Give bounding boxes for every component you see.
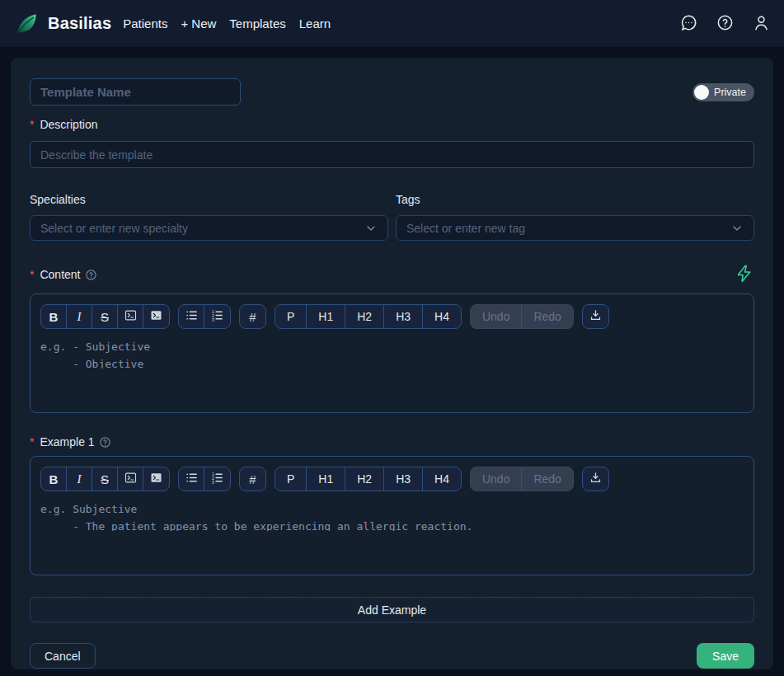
- h2-button[interactable]: H2: [345, 467, 384, 491]
- ordered-list-button[interactable]: 1 2 3: [204, 305, 230, 328]
- content-editor[interactable]: B I S: [30, 293, 754, 413]
- tags-label: Tags: [396, 193, 420, 206]
- required-asterisk: *: [30, 268, 34, 281]
- description-input[interactable]: [30, 141, 754, 168]
- heading-hash-button[interactable]: #: [240, 467, 265, 491]
- bold-button[interactable]: B: [41, 305, 67, 328]
- content-label: * Content: [30, 268, 97, 281]
- bullet-list-button[interactable]: [179, 467, 204, 491]
- code-inline-button[interactable]: [118, 305, 143, 328]
- example1-help-icon[interactable]: [99, 436, 111, 448]
- nav-item-learn[interactable]: Learn: [299, 13, 331, 34]
- help-button[interactable]: [715, 14, 735, 34]
- ordered-list-button[interactable]: 1 2 3: [204, 467, 230, 491]
- import-button[interactable]: [583, 467, 608, 491]
- private-toggle-label: Private: [714, 87, 746, 98]
- nav-item-templates[interactable]: Templates: [229, 13, 285, 34]
- chevron-down-icon: [364, 222, 378, 235]
- italic-button[interactable]: I: [67, 305, 92, 328]
- bullet-list-icon: [185, 471, 199, 487]
- chevron-down-icon: [730, 222, 744, 235]
- chat-icon: [679, 13, 698, 35]
- code-filled-icon: [149, 308, 163, 325]
- code-outline-icon: [124, 471, 138, 487]
- template-form-panel: Private * Description Specialties Select…: [11, 58, 773, 669]
- hash-icon: #: [249, 472, 256, 486]
- undo-button[interactable]: Undo: [471, 467, 522, 491]
- private-toggle[interactable]: Private: [692, 83, 754, 101]
- main-nav: Patients + New Templates Learn: [123, 13, 331, 34]
- bold-button[interactable]: B: [41, 467, 67, 491]
- example1-toolbar: B I S: [40, 467, 744, 491]
- required-asterisk: *: [30, 435, 34, 448]
- bullet-list-icon: [185, 308, 199, 325]
- h1-button[interactable]: H1: [307, 305, 345, 328]
- add-example-button[interactable]: Add Example: [30, 597, 754, 622]
- import-button[interactable]: [583, 305, 608, 328]
- code-block-button[interactable]: [143, 305, 169, 328]
- download-icon: [589, 471, 603, 487]
- top-nav: Basilias Patients + New Templates Learn: [0, 0, 784, 47]
- content-toolbar: B I S: [40, 304, 744, 329]
- undo-button[interactable]: Undo: [471, 305, 522, 328]
- example1-editor-placeholder: e.g. Subjective - The patient appears to…: [40, 500, 744, 531]
- code-inline-button[interactable]: [118, 467, 143, 491]
- strikethrough-button[interactable]: S: [92, 305, 118, 328]
- code-outline-icon: [124, 308, 138, 325]
- specialties-select[interactable]: Select or enter new specialty: [30, 215, 388, 241]
- svg-text:3: 3: [212, 480, 214, 485]
- profile-button[interactable]: [751, 14, 771, 34]
- heading-hash-button[interactable]: #: [240, 305, 265, 328]
- brand-logo-icon[interactable]: [12, 9, 41, 39]
- nav-item-patients[interactable]: Patients: [123, 13, 167, 34]
- h3-button[interactable]: H3: [384, 467, 423, 491]
- ordered-list-icon: 1 2 3: [210, 471, 224, 487]
- tags-placeholder: Select or enter new tag: [406, 222, 525, 235]
- content-editor-placeholder: e.g. - Subjective - Objective: [40, 338, 744, 369]
- h2-button[interactable]: H2: [345, 305, 384, 328]
- h4-button[interactable]: H4: [423, 305, 461, 328]
- code-filled-icon: [149, 471, 163, 487]
- example1-label: * Example 1: [30, 435, 111, 448]
- hash-icon: #: [249, 310, 256, 324]
- bullet-list-button[interactable]: [179, 305, 204, 328]
- h4-button[interactable]: H4: [423, 467, 461, 491]
- paragraph-button[interactable]: P: [275, 305, 307, 328]
- h3-button[interactable]: H3: [384, 305, 423, 328]
- example1-editor[interactable]: B I S: [30, 456, 754, 575]
- content-help-icon[interactable]: [85, 269, 97, 281]
- ai-generate-button[interactable]: [733, 263, 754, 286]
- redo-button[interactable]: Redo: [522, 467, 572, 491]
- nav-item-new[interactable]: + New: [181, 13, 216, 34]
- strikethrough-button[interactable]: S: [92, 467, 118, 491]
- required-asterisk: *: [30, 118, 34, 131]
- h1-button[interactable]: H1: [307, 467, 345, 491]
- cancel-button[interactable]: Cancel: [30, 643, 96, 669]
- specialties-placeholder: Select or enter new specialty: [40, 222, 188, 235]
- save-button[interactable]: Save: [697, 643, 754, 669]
- code-block-button[interactable]: [143, 467, 169, 491]
- specialties-label: Specialties: [30, 193, 86, 206]
- tags-select[interactable]: Select or enter new tag: [396, 215, 754, 241]
- download-icon: [589, 308, 603, 325]
- messages-button[interactable]: [678, 14, 698, 34]
- help-icon: [716, 13, 735, 35]
- brand-name[interactable]: Basilias: [48, 14, 111, 33]
- redo-button[interactable]: Redo: [522, 305, 572, 328]
- ordered-list-icon: 1 2 3: [210, 308, 224, 325]
- description-label: * Description: [30, 118, 97, 131]
- lightning-icon: [735, 263, 753, 287]
- user-icon: [752, 13, 771, 35]
- svg-text:3: 3: [212, 317, 214, 322]
- template-name-input[interactable]: [30, 78, 241, 106]
- toggle-knob: [694, 85, 709, 100]
- italic-button[interactable]: I: [67, 467, 92, 491]
- paragraph-button[interactable]: P: [275, 467, 307, 491]
